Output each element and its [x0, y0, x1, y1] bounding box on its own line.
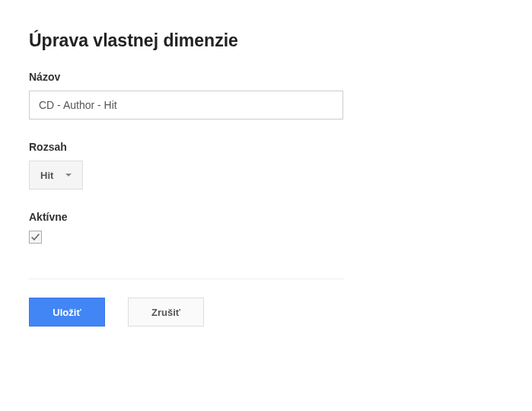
- active-label: Aktívne: [29, 211, 503, 223]
- save-button[interactable]: Uložiť: [29, 298, 105, 327]
- page-title: Úprava vlastnej dimenzie: [29, 30, 503, 51]
- divider: [29, 279, 343, 279]
- action-buttons: Uložiť Zrušiť: [29, 298, 503, 327]
- chevron-down-icon: [65, 174, 72, 177]
- active-field-group: Aktívne: [29, 211, 503, 245]
- name-input[interactable]: [29, 91, 343, 119]
- scope-field-group: Rozsah Hit: [29, 141, 503, 190]
- scope-dropdown[interactable]: Hit: [29, 161, 83, 190]
- scope-label: Rozsah: [29, 141, 503, 153]
- name-field-group: Názov: [29, 71, 503, 119]
- checkmark-icon: [30, 232, 40, 242]
- active-checkbox[interactable]: [29, 231, 42, 244]
- cancel-button[interactable]: Zrušiť: [128, 298, 204, 327]
- name-label: Názov: [29, 71, 503, 83]
- scope-selected-value: Hit: [40, 170, 53, 181]
